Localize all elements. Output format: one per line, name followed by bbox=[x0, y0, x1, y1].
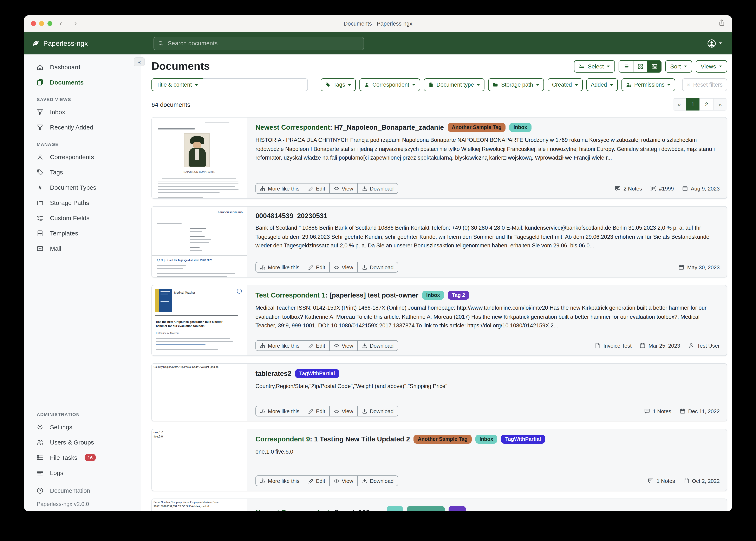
sidebar-item-tags[interactable]: Tags bbox=[24, 165, 141, 180]
filter-permissions-button[interactable]: Permissions bbox=[621, 78, 675, 91]
share-icon[interactable] bbox=[718, 19, 725, 26]
browser-back-icon[interactable]: ‹ bbox=[59, 15, 62, 32]
view-button[interactable]: View bbox=[329, 475, 358, 486]
view-button[interactable]: View bbox=[329, 406, 358, 416]
filter-created-button[interactable]: Created bbox=[548, 78, 583, 91]
tag-pill[interactable]: Inbox bbox=[475, 435, 497, 444]
more-like-this-button[interactable]: More like this bbox=[255, 475, 304, 486]
document-card[interactable]: NAPOLEON BONAPARTE Newest Corresponden bbox=[151, 117, 727, 199]
sidebar-collapse-button[interactable]: « bbox=[134, 57, 145, 66]
tag-pill[interactable]: Inbox bbox=[422, 291, 444, 300]
document-type-indicator[interactable]: Invoice Test bbox=[595, 342, 632, 349]
edit-button[interactable]: Edit bbox=[304, 340, 330, 351]
tag-pill[interactable]: Another Sample Tag bbox=[448, 123, 506, 132]
sidebar-item-document-types[interactable]: # Document Types bbox=[24, 180, 141, 195]
document-title-text[interactable]: 0004814539_20230531 bbox=[255, 212, 327, 220]
view-button[interactable]: View bbox=[329, 340, 358, 351]
filter-tags-button[interactable]: Tags bbox=[321, 78, 356, 91]
filter-storage-path-button[interactable]: Storage path bbox=[488, 78, 544, 91]
document-correspondent-link[interactable]: Correspondent 9 bbox=[255, 435, 310, 443]
filter-added-button[interactable]: Added bbox=[586, 78, 618, 91]
sidebar-item-mail[interactable]: Mail bbox=[24, 241, 141, 256]
document-correspondent-link[interactable]: Test Correspondent 1 bbox=[255, 291, 325, 299]
reset-filters-button[interactable]: × Reset filters bbox=[682, 78, 727, 91]
document-correspondent-link[interactable]: Newest Correspondent bbox=[255, 508, 330, 511]
download-button[interactable]: Download bbox=[357, 340, 398, 351]
view-details-button[interactable] bbox=[647, 60, 661, 72]
maximize-window-button[interactable] bbox=[47, 21, 52, 26]
view-button[interactable]: View bbox=[329, 183, 358, 194]
sidebar-item-file-tasks[interactable]: File Tasks 16 bbox=[24, 450, 141, 465]
document-title-text[interactable]: 1 Testing New Title Updated 2 bbox=[314, 435, 410, 443]
document-thumbnail[interactable]: BANK OF SCOTLAND 2,0 % p. a. auf Ihr Tag… bbox=[152, 207, 247, 277]
view-button[interactable]: View bbox=[329, 262, 358, 272]
document-thumbnail[interactable]: Country,Region/State,"Zip/Postal Code","… bbox=[152, 364, 247, 421]
browser-forward-icon[interactable]: › bbox=[74, 15, 77, 32]
document-card[interactable]: one,1.0five,5.0 Correspondent 9: 1 Testi… bbox=[151, 429, 727, 491]
more-like-this-button[interactable]: More like this bbox=[255, 340, 304, 351]
sidebar-item-custom-fields[interactable]: Custom Fields bbox=[24, 210, 141, 226]
tag-pill[interactable]: TagWithPartial bbox=[501, 435, 545, 444]
document-card[interactable]: Country,Region/State,"Zip/Postal Code","… bbox=[151, 363, 727, 421]
pagination-page-1[interactable]: 1 bbox=[686, 98, 700, 111]
sidebar-item-documentation[interactable]: ? Documentation bbox=[24, 484, 141, 498]
filter-text-input[interactable] bbox=[203, 78, 308, 91]
sidebar-item-inbox[interactable]: Inbox bbox=[24, 104, 141, 120]
edit-button[interactable]: Edit bbox=[304, 475, 330, 486]
sidebar-item-templates[interactable]: Templates bbox=[24, 226, 141, 241]
sidebar-item-users-groups[interactable]: Users & Groups bbox=[24, 435, 141, 450]
sidebar-item-dashboard[interactable]: Dashboard bbox=[24, 59, 141, 75]
download-button[interactable]: Download bbox=[357, 475, 398, 486]
select-dropdown-button[interactable]: Select bbox=[574, 60, 615, 72]
global-search[interactable] bbox=[154, 37, 364, 50]
document-title-text[interactable]: [paperless] test post-owner bbox=[330, 291, 418, 299]
edit-button[interactable]: Edit bbox=[304, 183, 330, 194]
more-like-this-button[interactable]: More like this bbox=[255, 406, 304, 416]
pagination-last[interactable]: » bbox=[713, 98, 727, 111]
document-title-text[interactable]: tablerates2 bbox=[255, 370, 291, 377]
sidebar-item-correspondents[interactable]: Correspondents bbox=[24, 149, 141, 165]
close-window-button[interactable] bbox=[31, 21, 36, 26]
user-menu[interactable] bbox=[707, 39, 724, 48]
sidebar-item-logs[interactable]: Logs bbox=[24, 465, 141, 480]
pagination-page-2[interactable]: 2 bbox=[699, 98, 713, 111]
search-field-dropdown-button[interactable]: Title & content bbox=[151, 78, 203, 91]
tag-pill[interactable]: Tag 2 bbox=[448, 291, 469, 300]
edit-button[interactable]: Edit bbox=[304, 262, 330, 272]
view-list-button[interactable] bbox=[619, 60, 633, 72]
app-brand[interactable]: Paperless-ngx bbox=[32, 39, 88, 47]
tag-pill[interactable]: Another Sample Tag bbox=[414, 435, 472, 444]
more-like-this-button[interactable]: More like this bbox=[255, 183, 304, 194]
notes-indicator[interactable]: 1 Notes bbox=[644, 408, 671, 414]
tag-pill[interactable] bbox=[407, 506, 445, 511]
filter-document-type-button[interactable]: Document type bbox=[424, 78, 485, 91]
document-card[interactable]: Medical Teacher Has the new Kirkpatrick … bbox=[151, 285, 727, 356]
minimize-window-button[interactable] bbox=[39, 21, 44, 26]
notes-indicator[interactable]: 1 Notes bbox=[648, 478, 675, 484]
sidebar-item-settings[interactable]: Settings bbox=[24, 419, 141, 435]
views-dropdown-button[interactable]: Views bbox=[696, 60, 727, 72]
view-grid-button[interactable] bbox=[633, 60, 647, 72]
document-thumbnail[interactable]: NAPOLEON BONAPARTE bbox=[152, 118, 247, 198]
sidebar-item-documents[interactable]: Documents bbox=[24, 75, 141, 90]
sidebar-item-storage-paths[interactable]: Storage Paths bbox=[24, 195, 141, 210]
download-button[interactable]: Download bbox=[357, 183, 398, 194]
tag-pill[interactable]: TagWithPartial bbox=[295, 369, 339, 378]
document-thumbnail[interactable]: Medical Teacher Has the new Kirkpatrick … bbox=[152, 285, 247, 355]
tag-pill[interactable] bbox=[387, 506, 403, 511]
notes-indicator[interactable]: 2 Notes bbox=[615, 185, 642, 192]
search-input[interactable] bbox=[167, 40, 359, 47]
document-thumbnail[interactable]: Serial Number,Company Name,Employee Mark… bbox=[152, 499, 247, 511]
sort-dropdown-button[interactable]: Sort bbox=[665, 60, 692, 72]
edit-button[interactable]: Edit bbox=[304, 406, 330, 416]
tag-pill[interactable]: Inbox bbox=[509, 123, 532, 132]
pagination-first[interactable]: « bbox=[673, 98, 686, 111]
download-button[interactable]: Download bbox=[357, 262, 398, 272]
download-button[interactable]: Download bbox=[357, 406, 398, 416]
document-card[interactable]: BANK OF SCOTLAND 2,0 % p. a. auf Ihr Tag… bbox=[151, 206, 727, 277]
tag-pill[interactable] bbox=[449, 506, 466, 511]
filter-correspondent-button[interactable]: Correspondent bbox=[360, 78, 420, 91]
document-title-text[interactable]: H7_Napoleon_Bonaparte_zadanie bbox=[334, 124, 444, 131]
document-correspondent-link[interactable]: Newest Correspondent bbox=[255, 124, 330, 131]
more-like-this-button[interactable]: More like this bbox=[255, 262, 304, 272]
